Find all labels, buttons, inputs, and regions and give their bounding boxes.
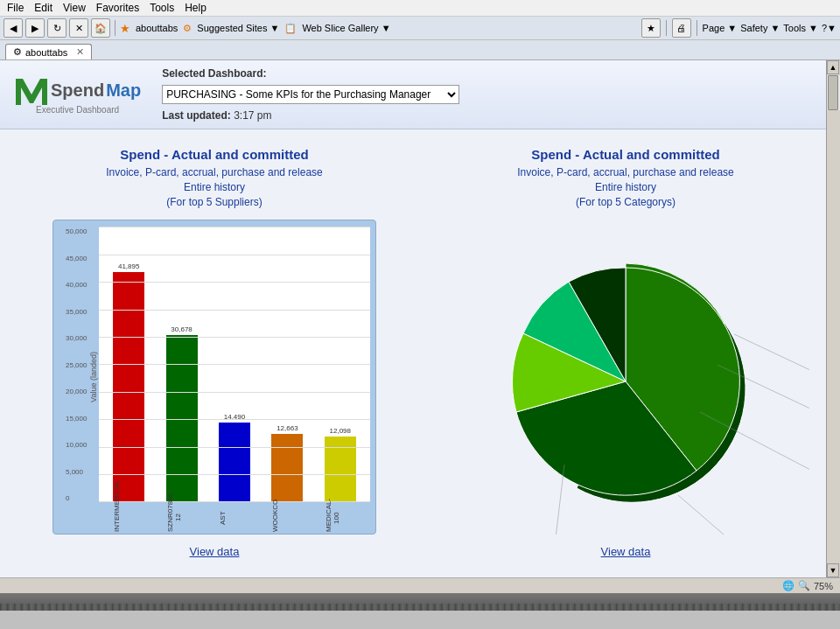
page-header: SpendMap Executive Dashboard Selected Da… — [0, 60, 840, 129]
left-subtitle-2: Entire history — [184, 181, 245, 193]
refresh-button[interactable]: ↻ — [47, 18, 66, 38]
browser-window: File Edit View Favorites Tools Help ◀ ▶ … — [0, 0, 840, 60]
right-subtitle-1: Invoice, P-card, accrual, purchase and r… — [517, 166, 733, 178]
left-chart-panel: Spend - Actual and committed Invoice, P-… — [18, 147, 411, 558]
left-chart-subtitle: Invoice, P-card, accrual, purchase and r… — [106, 165, 322, 209]
stop-button[interactable]: ✕ — [69, 18, 88, 38]
grid-40 — [99, 392, 370, 393]
safety-menu[interactable]: Safety ▼ — [740, 23, 780, 33]
bar-group-2: 30,678 — [166, 227, 198, 502]
bar-group-4: 12,663 — [271, 227, 303, 502]
bar-label-2: 30,678 — [171, 325, 192, 333]
logo-subtitle: Executive Dashboard — [36, 105, 119, 115]
scroll-track[interactable] — [827, 75, 840, 110]
grid-100 — [99, 227, 370, 227]
x-label-1: INTERMERIDAL — [113, 504, 144, 532]
grid-30 — [99, 419, 370, 420]
zoom-level: 75% — [814, 581, 833, 591]
tab-close-icon[interactable]: ✕ — [76, 46, 84, 58]
y-label-15000: 15,000 — [66, 415, 87, 423]
chart-inner: 41,895 30,678 14,490 — [99, 227, 370, 502]
separator1 — [115, 20, 116, 36]
menu-favorites[interactable]: Favorites — [96, 2, 139, 14]
grid-50 — [99, 364, 370, 365]
print-button[interactable]: 🖨 — [672, 18, 691, 38]
web-slice-gallery[interactable]: Web Slice Gallery ▼ — [302, 23, 390, 33]
scroll-thumb[interactable] — [828, 75, 838, 110]
grid-70 — [99, 310, 370, 311]
scroll-up-arrow[interactable]: ▲ — [827, 60, 839, 74]
bar-1 — [113, 272, 144, 503]
y-axis-labels: 50,000 45,000 40,000 35,000 30,000 25,00… — [66, 227, 87, 502]
menu-view[interactable]: View — [63, 2, 86, 14]
right-tools: ★ 🖨 Page ▼ Safety ▼ Tools ▼ ?▼ — [641, 18, 836, 38]
left-view-data[interactable]: View data — [190, 545, 240, 558]
dashboard-select[interactable]: PURCHASING - Some KPIs for the Purchasin… — [162, 85, 459, 104]
bar-label-4: 12,663 — [276, 424, 298, 432]
content-area: SpendMap Executive Dashboard Selected Da… — [0, 60, 840, 593]
favorites-abouttabs[interactable]: abouttabs — [136, 23, 178, 33]
bar-label-1: 41,895 — [118, 262, 139, 270]
pie-chart-wrapper: OFFICE (14,476) MEDICAL (12,098) <BLANK>… — [442, 220, 809, 535]
scrollbar[interactable]: ▲ ▼ — [826, 60, 840, 593]
tab-icon: ⚙ — [13, 46, 22, 58]
logo: SpendMap — [14, 75, 141, 107]
forward-button[interactable]: ▶ — [25, 18, 45, 38]
page-menu[interactable]: Page ▼ — [703, 23, 738, 33]
y-label-50000: 50,000 — [66, 227, 87, 235]
scroll-down-arrow[interactable]: ▼ — [827, 563, 839, 577]
bar-chart-wrapper: Value (landed) — [52, 220, 376, 535]
bar-3 — [219, 423, 250, 502]
grid-80 — [99, 282, 370, 283]
help-menu[interactable]: ?▼ — [822, 23, 836, 33]
right-chart-subtitle: Invoice, P-card, accrual, purchase and r… — [517, 165, 733, 209]
left-chart-title: Spend - Actual and committed — [120, 147, 308, 162]
charts-container: Spend - Actual and committed Invoice, P-… — [0, 129, 840, 576]
y-label-40000: 40,000 — [66, 281, 87, 289]
tab-abouttabs[interactable]: ⚙ abouttabs ✕ — [5, 44, 92, 59]
favorites-button[interactable]: ★ — [641, 18, 661, 38]
logo-area: SpendMap Executive Dashboard — [14, 75, 141, 115]
x-label-3: AST — [219, 504, 250, 532]
suggested-sites[interactable]: Suggested Sites ▼ — [197, 23, 279, 33]
grid-90 — [99, 255, 370, 255]
right-view-data[interactable]: View data — [601, 545, 651, 558]
home-button[interactable]: 🏠 — [91, 18, 110, 38]
logo-spend-text: Spend — [51, 80, 104, 101]
menu-help[interactable]: Help — [185, 2, 206, 14]
tools-menu[interactable]: Tools ▼ — [783, 23, 818, 33]
bar-4 — [271, 434, 303, 503]
favorites-star-icon: ★ — [120, 22, 130, 35]
status-bar: 🌐 🔍 75% — [0, 577, 840, 593]
tab-label: abouttabs — [25, 47, 67, 58]
menu-edit[interactable]: Edit — [34, 2, 52, 14]
back-button[interactable]: ◀ — [4, 18, 23, 38]
bar-group-1: 41,895 — [113, 227, 144, 502]
y-label-35000: 35,000 — [66, 308, 87, 316]
y-label-20000: 20,000 — [66, 388, 87, 395]
y-label-10000: 10,000 — [66, 441, 87, 449]
grid-10 — [99, 474, 370, 475]
x-label-5: MEDICAL-100 — [325, 504, 356, 532]
security-icon: 🌐 — [782, 580, 794, 591]
selected-dashboard-label: Selected Dashboard: — [162, 67, 459, 80]
left-subtitle-1: Invoice, P-card, accrual, purchase and r… — [106, 166, 322, 178]
tab-bar: ⚙ abouttabs ✕ — [0, 40, 840, 60]
pie-chart-svg: OFFICE (14,476) MEDICAL (12,098) <BLANK>… — [442, 220, 809, 535]
y-axis-title: Value (landed) — [89, 342, 98, 412]
menu-tools[interactable]: Tools — [150, 2, 174, 14]
menu-file[interactable]: File — [7, 2, 24, 14]
status-right: 🌐 🔍 75% — [782, 580, 833, 591]
logo-map-text: Map — [106, 80, 141, 101]
sep3 — [696, 20, 697, 36]
grid-60 — [99, 337, 370, 338]
bar-label-5: 12,098 — [330, 427, 351, 435]
x-label-2: SZNR07886-12 — [166, 504, 198, 532]
sep2 — [666, 20, 667, 36]
x-label-4: WOOKCO — [271, 504, 303, 532]
right-chart-title: Spend - Actual and committed — [531, 147, 719, 162]
x-axis-labels: INTERMERIDAL SZNR07886-12 AST WOOKCO MED… — [99, 504, 370, 532]
last-updated-label: Last updated: — [162, 109, 231, 122]
favicon1: ⚙ — [183, 23, 192, 34]
bar-group-3: 14,490 — [219, 227, 250, 502]
